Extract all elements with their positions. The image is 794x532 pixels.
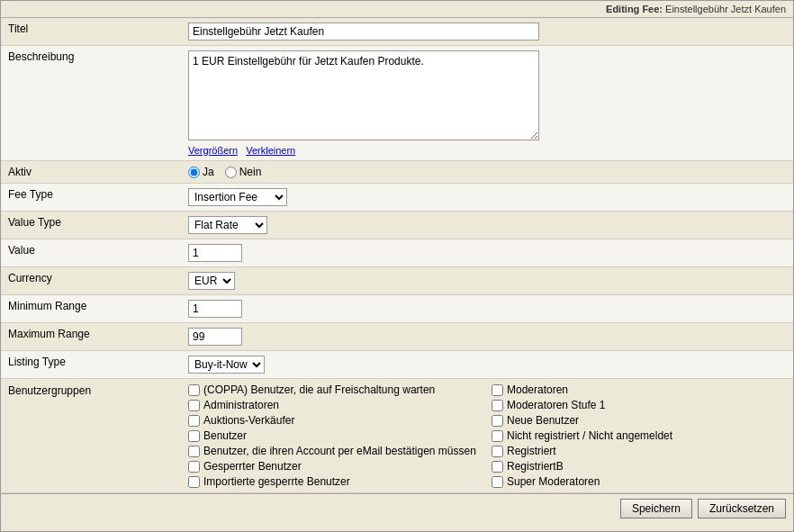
group-email-checkbox[interactable] xyxy=(188,446,200,457)
group-super-moderatoren-label[interactable]: Super Moderatoren xyxy=(492,475,786,488)
fee-type-value-cell: Insertion Fee Final Value Fee Listing Fe… xyxy=(181,184,793,212)
group-registriertb-text: RegistriertB xyxy=(507,460,564,473)
titel-label: Titel xyxy=(1,18,181,46)
reset-button[interactable]: Zurücksetzen xyxy=(698,499,786,518)
benutzergruppen-value-cell: (COPPA) Benutzer, die auf Freischaltung … xyxy=(181,379,793,493)
minimum-range-value-cell xyxy=(181,295,793,323)
group-importierte-checkbox[interactable] xyxy=(188,476,200,488)
group-moderatoren-checkbox[interactable] xyxy=(492,384,503,396)
group-moderatoren-stufe1-text: Moderatoren Stufe 1 xyxy=(507,399,605,411)
value-input[interactable] xyxy=(188,244,242,262)
editing-fee-label: Editing Fee: xyxy=(606,4,663,14)
group-email-label[interactable]: Benutzer, die ihren Account per eMail be… xyxy=(188,445,483,457)
group-email-text: Benutzer, die ihren Account per eMail be… xyxy=(203,445,476,457)
value-row: Value xyxy=(1,239,793,267)
currency-label: Currency xyxy=(1,267,181,295)
value-label: Value xyxy=(1,239,181,267)
group-gesperrt-label[interactable]: Gesperrter Benutzer xyxy=(188,460,483,473)
titel-value-cell xyxy=(181,18,793,46)
group-admins-label[interactable]: Administratoren xyxy=(188,399,483,411)
group-nicht-registriert-label[interactable]: Nicht registriert / Nicht angemeldet xyxy=(492,429,786,442)
resize-links: Vergrößern Verkleinern xyxy=(188,145,786,156)
fee-type-select[interactable]: Insertion Fee Final Value Fee Listing Fe… xyxy=(188,188,287,206)
beschreibung-value-cell: 1 EUR Einstellgebühr für Jetzt Kaufen Pr… xyxy=(181,46,793,161)
aktiv-nein-radio[interactable] xyxy=(225,167,237,178)
top-bar: Editing Fee: Einstellgebühr Jetzt Kaufen xyxy=(1,1,793,18)
group-moderatoren-label[interactable]: Moderatoren xyxy=(492,383,786,396)
group-registriert-label[interactable]: Registriert xyxy=(492,445,786,457)
group-admins-checkbox[interactable] xyxy=(188,400,200,411)
group-benutzer-text: Benutzer xyxy=(203,429,247,442)
group-admins-text: Administratoren xyxy=(203,399,279,411)
listing-type-label: Listing Type xyxy=(1,351,181,379)
group-nicht-registriert-text: Nicht registriert / Nicht angemeldet xyxy=(507,429,672,442)
fee-type-row: Fee Type Insertion Fee Final Value Fee L… xyxy=(1,184,793,212)
group-benutzer-label[interactable]: Benutzer xyxy=(188,429,483,442)
aktiv-nein-label[interactable]: Nein xyxy=(225,166,262,178)
fee-type-label: Fee Type xyxy=(1,184,181,212)
group-super-moderatoren-text: Super Moderatoren xyxy=(507,475,600,488)
group-nicht-registriert-checkbox[interactable] xyxy=(492,430,503,442)
resize-shrink-link[interactable]: Verkleinern xyxy=(246,145,295,156)
group-auktions-text: Auktions-Verkäufer xyxy=(203,414,294,427)
beschreibung-label: Beschreibung xyxy=(1,46,181,161)
group-registriertb-checkbox[interactable] xyxy=(492,461,503,473)
aktiv-label: Aktiv xyxy=(1,161,181,184)
group-importierte-text: Importierte gesperrte Benutzer xyxy=(203,475,350,488)
resize-grow-link[interactable]: Vergrößern xyxy=(188,145,238,156)
benutzergruppen-label: Benutzergruppen xyxy=(1,379,181,493)
maximum-range-row: Maximum Range xyxy=(1,323,793,351)
group-benutzer-checkbox[interactable] xyxy=(188,430,200,442)
group-neue-benutzer-checkbox[interactable] xyxy=(492,415,503,427)
page-wrapper: Editing Fee: Einstellgebühr Jetzt Kaufen… xyxy=(0,0,794,532)
form-table: Titel Beschreibung 1 EUR Einstellgebühr … xyxy=(1,18,793,493)
save-button[interactable]: Speichern xyxy=(620,499,692,518)
group-importierte-label[interactable]: Importierte gesperrte Benutzer xyxy=(188,475,483,488)
aktiv-value-cell: Ja Nein xyxy=(181,161,793,184)
group-coppa-text: (COPPA) Benutzer, die auf Freischaltung … xyxy=(203,383,435,396)
value-type-select[interactable]: Flat Rate Percentage xyxy=(188,216,267,234)
group-registriert-text: Registriert xyxy=(507,445,556,457)
aktiv-ja-radio[interactable] xyxy=(188,167,200,178)
group-neue-benutzer-label[interactable]: Neue Benutzer xyxy=(492,414,786,427)
value-type-row: Value Type Flat Rate Percentage xyxy=(1,212,793,239)
group-moderatoren-stufe1-label[interactable]: Moderatoren Stufe 1 xyxy=(492,399,786,411)
aktiv-ja-text: Ja xyxy=(203,166,214,178)
value-type-value-cell: Flat Rate Percentage xyxy=(181,212,793,239)
group-auktions-label[interactable]: Auktions-Verkäufer xyxy=(188,414,483,427)
value-value-cell xyxy=(181,239,793,267)
listing-type-select[interactable]: Buy-it-Now Auction Both xyxy=(188,356,265,374)
maximum-range-label: Maximum Range xyxy=(1,323,181,351)
aktiv-row: Aktiv Ja Nein xyxy=(1,161,793,184)
group-registriert-checkbox[interactable] xyxy=(492,446,503,457)
aktiv-radio-group: Ja Nein xyxy=(188,166,786,178)
aktiv-nein-text: Nein xyxy=(239,166,262,178)
minimum-range-input[interactable] xyxy=(188,300,242,318)
listing-type-row: Listing Type Buy-it-Now Auction Both xyxy=(1,351,793,379)
group-gesperrt-text: Gesperrter Benutzer xyxy=(203,460,302,473)
beschreibung-row: Beschreibung 1 EUR Einstellgebühr für Je… xyxy=(1,46,793,161)
benutzergruppen-grid: (COPPA) Benutzer, die auf Freischaltung … xyxy=(188,383,786,488)
group-gesperrt-checkbox[interactable] xyxy=(188,461,200,473)
group-moderatoren-stufe1-checkbox[interactable] xyxy=(492,400,503,411)
titel-row: Titel xyxy=(1,18,793,46)
beschreibung-textarea[interactable]: 1 EUR Einstellgebühr für Jetzt Kaufen Pr… xyxy=(188,50,539,140)
currency-value-cell: EUR USD GBP xyxy=(181,267,793,295)
titel-input[interactable] xyxy=(188,23,539,41)
maximum-range-value-cell xyxy=(181,323,793,351)
group-coppa-label[interactable]: (COPPA) Benutzer, die auf Freischaltung … xyxy=(188,383,483,396)
benutzergruppen-row: Benutzergruppen (COPPA) Benutzer, die au… xyxy=(1,379,793,493)
currency-row: Currency EUR USD GBP xyxy=(1,267,793,295)
aktiv-ja-label[interactable]: Ja xyxy=(188,166,214,178)
editing-fee-value: Einstellgebühr Jetzt Kaufen xyxy=(665,4,786,14)
minimum-range-row: Minimum Range xyxy=(1,295,793,323)
listing-type-value-cell: Buy-it-Now Auction Both xyxy=(181,351,793,379)
currency-select[interactable]: EUR USD GBP xyxy=(188,272,235,290)
maximum-range-input[interactable] xyxy=(188,328,242,346)
group-super-moderatoren-checkbox[interactable] xyxy=(492,476,503,488)
group-auktions-checkbox[interactable] xyxy=(188,415,200,427)
minimum-range-label: Minimum Range xyxy=(1,295,181,323)
footer-bar: Speichern Zurücksetzen xyxy=(1,493,793,523)
group-registriertb-label[interactable]: RegistriertB xyxy=(492,460,786,473)
group-coppa-checkbox[interactable] xyxy=(188,384,200,396)
